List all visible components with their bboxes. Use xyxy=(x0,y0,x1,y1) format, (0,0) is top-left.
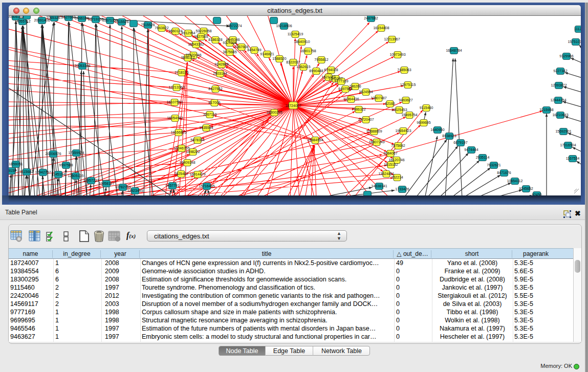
svg-text:12975115: 12975115 xyxy=(400,83,416,86)
svg-text:14638141: 14638141 xyxy=(371,184,387,188)
svg-text:7986322: 7986322 xyxy=(352,107,365,111)
svg-text:9777169: 9777169 xyxy=(334,79,348,83)
svg-text:39159: 39159 xyxy=(9,169,16,172)
svg-text:17957223: 17957223 xyxy=(83,179,99,182)
svg-text:7485063: 7485063 xyxy=(397,68,411,72)
svg-text:6497568: 6497568 xyxy=(338,87,352,91)
svg-text:9660124: 9660124 xyxy=(168,29,182,33)
svg-text:3624554: 3624554 xyxy=(359,90,373,94)
svg-text:9457791: 9457791 xyxy=(165,184,179,187)
svg-text:9146821: 9146821 xyxy=(260,52,274,56)
svg-text:16107553: 16107553 xyxy=(166,100,182,104)
svg-text:8427552: 8427552 xyxy=(208,87,222,91)
svg-text:1145194: 1145194 xyxy=(52,172,66,176)
svg-text:12213363: 12213363 xyxy=(168,85,184,89)
svg-text:9084067: 9084067 xyxy=(383,151,397,155)
svg-text:19218506: 19218506 xyxy=(276,24,292,28)
svg-text:7632621: 7632621 xyxy=(487,163,500,167)
svg-text:10654112: 10654112 xyxy=(507,179,523,183)
svg-text:20206576: 20206576 xyxy=(45,152,61,156)
svg-text:15716485: 15716485 xyxy=(199,184,214,188)
svg-text:8322037: 8322037 xyxy=(286,60,300,64)
svg-text:16648784: 16648784 xyxy=(446,49,462,52)
svg-text:15751074: 15751074 xyxy=(568,40,581,43)
svg-text:10025453: 10025453 xyxy=(391,108,407,112)
svg-text:9115460: 9115460 xyxy=(420,106,433,110)
svg-text:12923445: 12923445 xyxy=(127,189,143,192)
svg-text:16409348: 16409348 xyxy=(179,161,195,164)
svg-text:19654923: 19654923 xyxy=(395,129,411,133)
svg-text:62160: 62160 xyxy=(385,102,395,105)
svg-text:3875685: 3875685 xyxy=(223,50,236,54)
svg-text:8471676: 8471676 xyxy=(497,171,511,174)
svg-text:1615152: 1615152 xyxy=(384,163,398,166)
svg-text:2367608: 2367608 xyxy=(234,45,248,49)
svg-text:8186328: 8186328 xyxy=(208,38,222,41)
svg-text:3267110: 3267110 xyxy=(203,113,217,116)
svg-text:15692901: 15692901 xyxy=(555,129,571,133)
svg-text:1498222: 1498222 xyxy=(186,150,200,154)
svg-text:7955812: 7955812 xyxy=(314,58,328,61)
svg-text:2803144: 2803144 xyxy=(213,72,227,75)
svg-text:1545346: 1545346 xyxy=(226,38,239,41)
svg-text:18724007: 18724007 xyxy=(285,104,301,107)
svg-text:1733426: 1733426 xyxy=(395,187,409,191)
svg-text:16210643: 16210643 xyxy=(552,113,568,117)
svg-text:15495754: 15495754 xyxy=(401,113,417,117)
svg-text:12444154: 12444154 xyxy=(550,98,566,102)
svg-text:5878334: 5878334 xyxy=(190,138,204,142)
svg-text:18807249: 18807249 xyxy=(368,140,384,144)
svg-text:18640910: 18640910 xyxy=(294,40,310,43)
svg-text:1527602: 1527602 xyxy=(61,16,75,19)
svg-text:16054982: 16054982 xyxy=(167,116,183,120)
svg-text:10973493: 10973493 xyxy=(389,53,405,56)
svg-text:92450: 92450 xyxy=(532,193,542,195)
svg-text:9327508: 9327508 xyxy=(223,41,236,45)
svg-text:9463627: 9463627 xyxy=(399,98,412,102)
svg-text:11325419: 11325419 xyxy=(288,32,303,36)
svg-text:13524851: 13524851 xyxy=(378,172,394,176)
svg-text:2718176: 2718176 xyxy=(175,71,188,74)
svg-text:12213967: 12213967 xyxy=(384,37,400,41)
svg-text:9474444: 9474444 xyxy=(464,148,478,151)
svg-text:10719155: 10719155 xyxy=(88,17,103,21)
svg-text:16543382: 16543382 xyxy=(188,42,204,46)
svg-text:20506193: 20506193 xyxy=(9,16,24,18)
svg-text:15720407: 15720407 xyxy=(358,118,374,121)
svg-text:7975692: 7975692 xyxy=(391,144,405,147)
svg-text:6466160: 6466160 xyxy=(75,16,89,20)
svg-text:7515526: 7515526 xyxy=(115,20,128,24)
svg-text:2487682: 2487682 xyxy=(364,16,378,20)
svg-text:9245652: 9245652 xyxy=(519,187,533,190)
svg-text:1115682: 1115682 xyxy=(20,170,33,173)
svg-text:16914479: 16914479 xyxy=(189,172,205,176)
svg-text:18300295: 18300295 xyxy=(266,111,282,114)
svg-text:3215958: 3215958 xyxy=(539,108,553,112)
svg-text:9242848: 9242848 xyxy=(214,62,228,66)
svg-text:19166825: 19166825 xyxy=(170,130,186,134)
svg-text:20053346: 20053346 xyxy=(74,64,90,68)
svg-text:12942757: 12942757 xyxy=(35,170,51,174)
svg-text:14055712: 14055712 xyxy=(14,19,30,23)
svg-text:1588520: 1588520 xyxy=(272,57,286,60)
svg-text:13572274: 13572274 xyxy=(226,24,242,28)
svg-text:53226058: 53226058 xyxy=(195,29,211,33)
svg-text:10958127: 10958127 xyxy=(98,182,114,185)
svg-text:16046755: 16046755 xyxy=(173,146,189,150)
svg-text:7515526: 7515526 xyxy=(141,23,155,27)
svg-text:12093872: 12093872 xyxy=(551,83,567,87)
svg-text:9896112: 9896112 xyxy=(181,56,195,59)
svg-text:17359924: 17359924 xyxy=(68,151,84,155)
svg-text:16120746: 16120746 xyxy=(388,158,404,162)
svg-text:2935114: 2935114 xyxy=(476,156,490,159)
svg-text:1535594: 1535594 xyxy=(199,126,213,129)
svg-text:17016504: 17016504 xyxy=(560,143,576,147)
svg-text:16154808: 16154808 xyxy=(373,26,389,30)
svg-text:1167534: 1167534 xyxy=(566,157,580,160)
svg-text:9997588: 9997588 xyxy=(59,163,73,167)
svg-text:10782759: 10782759 xyxy=(115,185,130,189)
svg-text:9699695: 9699695 xyxy=(417,121,430,124)
svg-text:9827505: 9827505 xyxy=(194,35,208,38)
svg-text:8938923: 8938923 xyxy=(442,134,456,138)
svg-text:8454749: 8454749 xyxy=(247,48,261,52)
